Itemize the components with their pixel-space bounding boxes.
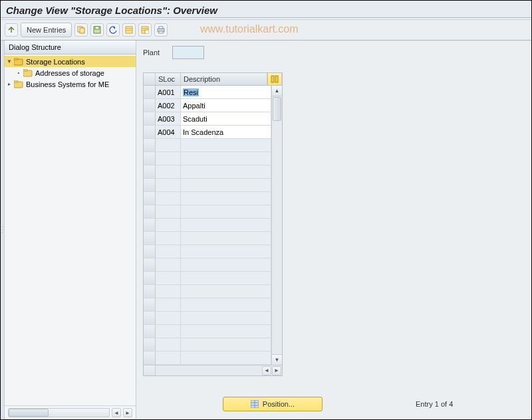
- scroll-down-icon[interactable]: ▼: [272, 354, 282, 365]
- tree-expand-icon[interactable]: ▸: [6, 81, 13, 87]
- table-row-empty[interactable]: [144, 192, 271, 205]
- cell-description[interactable]: [181, 152, 271, 165]
- table-row-empty[interactable]: [144, 298, 271, 312]
- cell-sloc[interactable]: [156, 272, 181, 284]
- row-select-handle[interactable]: [144, 99, 156, 112]
- cell-sloc[interactable]: [156, 245, 181, 258]
- tree-item-0[interactable]: ▼Storage Locations: [5, 56, 136, 67]
- cell-description[interactable]: [181, 285, 271, 298]
- row-select-handle[interactable]: [144, 126, 156, 138]
- row-select-handle[interactable]: [144, 285, 156, 298]
- cell-sloc[interactable]: A004: [156, 126, 181, 138]
- hscroll-right-icon[interactable]: ►: [272, 366, 281, 375]
- table-row-empty[interactable]: [144, 338, 271, 352]
- left-splitter[interactable]: ···: [1, 41, 5, 419]
- row-select-handle[interactable]: [144, 165, 156, 178]
- print-icon[interactable]: [154, 23, 168, 37]
- select-all-icon[interactable]: [122, 23, 136, 37]
- cell-sloc[interactable]: A001: [156, 86, 181, 98]
- table-row-empty[interactable]: [144, 152, 271, 165]
- column-sloc[interactable]: SLoc: [156, 73, 181, 85]
- cell-sloc[interactable]: [156, 259, 181, 271]
- cell-sloc[interactable]: [156, 192, 181, 205]
- cell-description[interactable]: [181, 219, 271, 231]
- cell-description[interactable]: Scaduti: [181, 112, 271, 125]
- cell-description[interactable]: [181, 352, 271, 364]
- column-description[interactable]: Description: [181, 73, 267, 85]
- table-config-icon[interactable]: [267, 73, 282, 85]
- table-hscroll[interactable]: ◄ ►: [156, 366, 282, 375]
- cell-description[interactable]: [181, 245, 271, 258]
- cell-description[interactable]: [181, 139, 271, 152]
- cell-sloc[interactable]: A003: [156, 112, 181, 125]
- deselect-all-icon[interactable]: [138, 23, 152, 37]
- cell-description[interactable]: [181, 232, 271, 245]
- cell-description[interactable]: [181, 259, 271, 271]
- undo-icon[interactable]: [106, 23, 120, 37]
- cell-sloc[interactable]: [156, 165, 181, 178]
- cell-sloc[interactable]: [156, 139, 181, 152]
- row-select-handle[interactable]: [144, 325, 156, 338]
- table-row-empty[interactable]: [144, 272, 271, 285]
- sidebar-scroll-left-icon[interactable]: ◄: [112, 408, 121, 417]
- cell-sloc[interactable]: [156, 298, 181, 311]
- row-select-handle[interactable]: [144, 232, 156, 245]
- cell-description[interactable]: [181, 165, 271, 178]
- table-row-empty[interactable]: [144, 232, 271, 245]
- row-select-handle[interactable]: [144, 259, 156, 271]
- table-row-empty[interactable]: [144, 312, 271, 325]
- cell-sloc[interactable]: [156, 219, 181, 231]
- cell-sloc[interactable]: [156, 179, 181, 191]
- tree-expand-icon[interactable]: •: [15, 70, 22, 76]
- row-select-header[interactable]: [144, 73, 156, 85]
- row-select-handle[interactable]: [144, 112, 156, 125]
- table-row-empty[interactable]: [144, 219, 271, 232]
- table-row-empty[interactable]: [144, 352, 271, 365]
- copy-icon[interactable]: [74, 23, 88, 37]
- cell-description[interactable]: [181, 192, 271, 205]
- sidebar-scroll-right-icon[interactable]: ►: [123, 408, 132, 417]
- table-vscroll[interactable]: ▲ ▼: [271, 86, 282, 365]
- cell-description[interactable]: Resi: [181, 86, 271, 98]
- table-row[interactable]: A002Appalti: [144, 99, 271, 112]
- tree-item-1[interactable]: •Addresses of storage: [5, 67, 136, 78]
- cell-description[interactable]: [181, 338, 271, 351]
- cell-description[interactable]: [181, 179, 271, 191]
- scroll-up-icon[interactable]: ▲: [272, 86, 282, 96]
- row-select-handle[interactable]: [144, 272, 156, 284]
- row-select-handle[interactable]: [144, 338, 156, 351]
- row-select-handle[interactable]: [144, 179, 156, 191]
- row-select-handle[interactable]: [144, 139, 156, 152]
- table-row[interactable]: A003Scaduti: [144, 112, 271, 126]
- vscroll-thumb[interactable]: [273, 97, 281, 121]
- tree-expand-icon[interactable]: ▼: [6, 58, 13, 64]
- cell-description[interactable]: Appalti: [181, 99, 271, 112]
- expand-icon[interactable]: [5, 23, 18, 37]
- cell-sloc[interactable]: [156, 312, 181, 324]
- table-row[interactable]: A001Resi: [144, 86, 271, 99]
- table-row[interactable]: A004In Scadenza: [144, 126, 271, 139]
- table-row-empty[interactable]: [144, 325, 271, 338]
- row-select-handle[interactable]: [144, 352, 156, 364]
- cell-description[interactable]: In Scadenza: [181, 126, 271, 138]
- row-select-handle[interactable]: [144, 205, 156, 218]
- table-row-empty[interactable]: [144, 179, 271, 192]
- footer-select-header[interactable]: [144, 366, 156, 375]
- cell-description[interactable]: [181, 205, 271, 218]
- table-row-empty[interactable]: [144, 259, 271, 272]
- plant-input[interactable]: [172, 46, 204, 59]
- row-select-handle[interactable]: [144, 192, 156, 205]
- cell-sloc[interactable]: [156, 352, 181, 364]
- cell-description[interactable]: [181, 272, 271, 284]
- cell-description[interactable]: [181, 325, 271, 338]
- row-select-handle[interactable]: [144, 312, 156, 324]
- row-select-handle[interactable]: [144, 245, 156, 258]
- cell-description[interactable]: [181, 298, 271, 311]
- position-button[interactable]: Position...: [223, 397, 323, 411]
- cell-sloc[interactable]: [156, 232, 181, 245]
- cell-description[interactable]: [181, 312, 271, 324]
- cell-sloc[interactable]: [156, 152, 181, 165]
- sidebar-hscroll-thumb[interactable]: [9, 409, 49, 417]
- row-select-handle[interactable]: [144, 86, 156, 98]
- row-select-handle[interactable]: [144, 152, 156, 165]
